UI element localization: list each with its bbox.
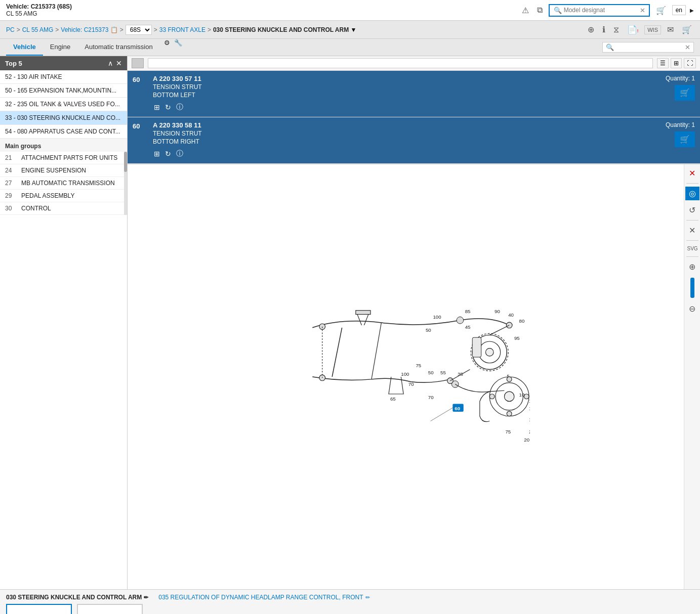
svg-text:15: 15 <box>529 417 530 422</box>
diagram-zoom-in-btn[interactable]: ⊕ <box>685 260 699 274</box>
bottom-label-035[interactable]: 035 REGULATION OF DYNAMIC HEADLAMP RANGE… <box>158 594 369 601</box>
sidebar-collapse-btn[interactable]: ∧ <box>108 59 113 67</box>
list-view-btn[interactable]: ☰ <box>657 58 669 68</box>
wis-btn[interactable]: WIS <box>644 25 661 34</box>
part-refresh-btn-2[interactable]: ↻ <box>164 149 172 159</box>
breadcrumb-section: 030 STEERING KNUCKLE AND CONTROL ARM ▼ <box>213 26 356 33</box>
model-search-input[interactable] <box>564 7 640 14</box>
add-to-cart-btn-1[interactable]: 🛒 <box>675 85 695 101</box>
part-grid-btn-2[interactable]: ⊞ <box>153 149 161 159</box>
svg-text:65: 65 <box>390 396 395 402</box>
cart-breadcrumb-btn[interactable]: 🛒 <box>680 24 694 35</box>
grid-view-btn[interactable]: ⊞ <box>671 58 682 68</box>
svg-point-4 <box>457 317 464 324</box>
diagram-history-btn[interactable]: ↺ <box>685 203 699 217</box>
svg-text:35: 35 <box>458 371 463 377</box>
diagram-content: 40 85 90 80 100 45 50 95 75 55 50 35 <box>128 164 684 589</box>
clear-search-icon[interactable]: ✕ <box>640 7 645 14</box>
sidebar-item-33[interactable]: 33 - 030 STEERING KNUCKLE AND CO... <box>0 111 127 125</box>
breadcrumb-pc[interactable]: PC <box>6 26 15 33</box>
breadcrumb-vehicle[interactable]: Vehicle: C215373 📋 <box>61 26 117 33</box>
alert-icon[interactable]: ⚠ <box>520 5 531 16</box>
thumbnail-030[interactable] <box>6 604 72 614</box>
tools-tab-icon[interactable]: 🔧 <box>174 39 182 56</box>
sidebar-item-54[interactable]: 54 - 080 APPARATUS CASE AND CONT... <box>0 125 127 139</box>
sidebar-close-btn[interactable]: ✕ <box>116 59 122 67</box>
copy-icon[interactable]: ⧉ <box>535 5 545 16</box>
mail-btn[interactable]: ✉ <box>665 24 676 35</box>
sidebar-title: Top 5 <box>5 60 22 67</box>
part-name2-2: BOTTOM RIGHT <box>153 138 666 145</box>
zoom-in-breadcrumb-btn[interactable]: ⊕ <box>586 24 596 35</box>
part-qty-label-1: Quantity: 1 <box>666 75 695 82</box>
breadcrumb-front-axle[interactable]: 33 FRONT AXLE <box>159 26 205 33</box>
sidebar-scrollbar-thumb[interactable] <box>124 152 127 172</box>
svg-point-44 <box>524 394 529 399</box>
cart-header-icon[interactable]: 🛒 <box>654 5 668 16</box>
sidebar-main-item-30[interactable]: 30 CONTROL <box>0 202 127 215</box>
part-refresh-btn-1[interactable]: ↻ <box>164 102 172 112</box>
center-panel: ☰ ⊞ ⛶ 60 A 220 330 57 11 TENSION STRUT B… <box>128 56 700 589</box>
sidebar-main-item-29[interactable]: 29 PEDAL ASSEMBLY <box>0 190 127 202</box>
part-info-btn-2[interactable]: ⓘ <box>175 148 184 159</box>
settings-tab-icon[interactable]: ⚙ <box>164 39 170 56</box>
diagram-svg-area[interactable]: 40 85 90 80 100 45 50 95 75 55 50 35 <box>128 164 684 589</box>
expand-view-btn[interactable]: ⛶ <box>684 58 696 68</box>
thumbnail-035[interactable] <box>77 604 143 614</box>
sidebar-main-item-21[interactable]: 21 ATTACHMENT PARTS FOR UNITS <box>0 152 127 164</box>
sidebar-main-item-24[interactable]: 24 ENGINE SUSPENSION <box>0 164 127 177</box>
sep1: > <box>17 26 20 33</box>
diagram-cross-btn[interactable]: ✕ <box>685 224 699 237</box>
svg-rect-11 <box>355 311 370 315</box>
tool-sep-3 <box>686 240 698 241</box>
part-info-btn-1[interactable]: ⓘ <box>175 102 184 113</box>
tab-search-input[interactable] <box>614 44 685 51</box>
part-details-2: A 220 330 58 11 TENSION STRUT BOTTOM RIG… <box>153 121 666 159</box>
sidebar-main-item-27[interactable]: 27 MB AUTOMATIC TRANSMISSION <box>0 177 127 190</box>
part-row-1: 60 A 220 330 57 11 TENSION STRUT BOTTOM … <box>128 71 700 117</box>
diagram-camera-btn[interactable]: ◎ <box>685 187 699 200</box>
tab-search-clear[interactable]: ✕ <box>685 43 690 51</box>
parts-color-swatch <box>132 58 144 68</box>
part-name2-1: BOTTOM LEFT <box>153 92 666 99</box>
part-qty-label-2: Quantity: 1 <box>666 121 695 128</box>
svg-text:100: 100 <box>433 314 441 320</box>
header-vehicle-info: Vehicle: C215373 (68S) CL 55 AMG <box>6 3 72 17</box>
parts-filter-input[interactable] <box>148 58 653 68</box>
svg-text:25: 25 <box>529 429 530 434</box>
sidebar-scrollbar[interactable] <box>124 152 127 215</box>
tab-vehicle[interactable]: Vehicle <box>6 39 43 56</box>
bottom-thumbnails <box>6 604 694 614</box>
svg-text:50: 50 <box>425 327 431 333</box>
sidebar-header: Top 5 ∧ ✕ <box>0 56 127 70</box>
breadcrumb-cl55amg[interactable]: CL 55 AMG <box>22 26 54 33</box>
svg-text:20: 20 <box>524 437 529 443</box>
breadcrumb-tools: ⊕ ℹ ⧖ 📄! WIS ✉ 🛒 <box>586 24 694 35</box>
diagram-close-btn[interactable]: ✕ <box>685 166 699 180</box>
add-to-cart-btn-2[interactable]: 🛒 <box>675 131 695 147</box>
sidebar-item-50[interactable]: 50 - 165 EXPANSION TANK,MOUNTIN... <box>0 84 127 98</box>
language-selector[interactable]: en <box>672 5 686 15</box>
diagram-tools-right: ✕ ◎ ↺ ✕ SVG ⊕ ⊖ <box>684 164 700 589</box>
info-btn[interactable]: ℹ <box>600 24 607 35</box>
section-dropdown-btn[interactable]: ▼ <box>351 26 357 33</box>
part-grid-btn-1[interactable]: ⊞ <box>153 102 161 112</box>
tab-engine[interactable]: Engine <box>43 39 77 56</box>
bottom-section: 030 STEERING KNUCKLE AND CONTROL ARM ✏ 0… <box>0 589 700 614</box>
tab-auto-trans[interactable]: Automatic transmission <box>77 39 159 56</box>
thumbnail-svg-035 <box>79 606 140 614</box>
diagram-svg-btn[interactable]: SVG <box>685 244 699 253</box>
sidebar-item-52[interactable]: 52 - 130 AIR INTAKE <box>0 70 127 84</box>
tool-sep-2 <box>686 220 698 221</box>
breadcrumb-code-dropdown[interactable]: 68S <box>126 25 152 35</box>
doc-btn[interactable]: 📄! <box>625 24 641 35</box>
sep5: > <box>208 26 211 33</box>
diagram-zoom-out-btn[interactable]: ⊖ <box>685 302 699 316</box>
svg-text:80: 80 <box>519 318 524 324</box>
bottom-label-030[interactable]: 030 STEERING KNUCKLE AND CONTROL ARM ✏ <box>6 594 148 601</box>
parts-list-header: ☰ ⊞ ⛶ <box>128 56 700 71</box>
filter-btn[interactable]: ⧖ <box>611 24 621 35</box>
part-actions-2: ⊞ ↻ ⓘ <box>153 148 666 159</box>
sidebar-item-32[interactable]: 32 - 235 OIL TANK & VALVES USED FO... <box>0 98 127 111</box>
svg-point-2 <box>485 348 493 357</box>
